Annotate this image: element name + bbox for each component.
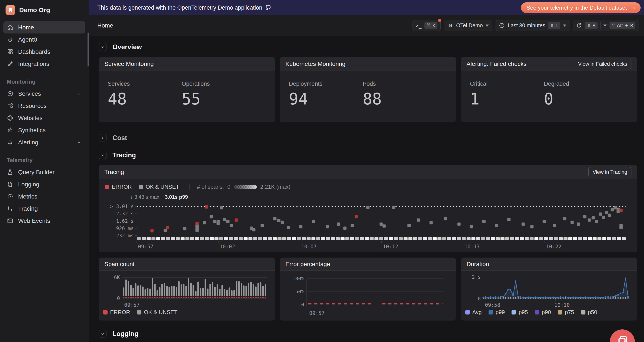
legend-label: OK & UNSET xyxy=(146,184,179,190)
svg-text:0: 0 xyxy=(478,296,481,301)
view-in-tracing-button[interactable]: View in Tracing xyxy=(588,167,632,177)
sidebar-item-agent0[interactable]: Agent0 xyxy=(4,34,85,46)
stat-services: Services 48 xyxy=(108,81,182,108)
stat-value: 55 xyxy=(182,90,256,108)
svg-text:> 3.01 s: > 3.01 s xyxy=(110,204,134,209)
chevron-down-icon[interactable] xyxy=(603,25,607,27)
legend-p95: p95 xyxy=(512,309,528,315)
card-title: Service Monitoring xyxy=(104,61,154,67)
stat-deployments: Deployments 94 xyxy=(289,81,363,108)
legend-p75: p75 xyxy=(558,309,574,315)
legend-label: ERROR xyxy=(110,309,130,315)
card-header: Kubernetes Monitoring xyxy=(280,57,456,71)
error-percentage-chart[interactable]: 100%50%009:57 xyxy=(283,274,451,317)
error-percentage-card: Error percentage 100%50%009:57 xyxy=(280,258,456,320)
logging-collapse-button[interactable] xyxy=(98,330,106,338)
sidebar-section-monitoring: Monitoring xyxy=(7,78,82,85)
svg-text:09:57: 09:57 xyxy=(309,310,324,316)
sidebar-item-label: Dashboards xyxy=(18,48,50,55)
sidebar-item-web-events[interactable]: Web Events xyxy=(4,215,85,227)
time-range-label: Last 30 minutes xyxy=(508,22,546,29)
card-header: Duration xyxy=(461,258,637,271)
sidebar-item-synthetics[interactable]: Synthetics xyxy=(4,124,85,136)
max-annotation: ↓ 3.43 s max xyxy=(130,194,159,200)
refresh-alt-shortcut-badge: ⇧ Alt + R xyxy=(610,22,635,29)
sidebar-item-alerting[interactable]: Alerting xyxy=(4,136,85,148)
cost-expand-button[interactable] xyxy=(98,134,106,142)
card-body: ERROR OK & UNSET # of spans: 0 2.21K (ma… xyxy=(99,179,637,252)
banner-cta-button[interactable]: See your telemetry in the Default datase… xyxy=(521,2,640,13)
stat-operations: Operations 55 xyxy=(182,81,256,108)
svg-text:0: 0 xyxy=(117,295,120,301)
chevron-down-icon[interactable] xyxy=(76,140,82,145)
service-monitoring-card: Service Monitoring Services 48 Operation… xyxy=(98,57,275,122)
card-title: Error percentage xyxy=(285,261,330,268)
gauge-icon xyxy=(7,193,14,200)
main-content: Overview Service Monitoring Services 48 … xyxy=(89,36,644,342)
view-in-failed-checks-button[interactable]: View in Failed checks xyxy=(574,59,632,69)
tracing-scatter-chart[interactable]: > 3.01 s2.32 s1.62 s926 ms232 ms09:5710:… xyxy=(105,200,631,250)
svg-text:926 ms: 926 ms xyxy=(116,226,134,231)
sidebar-item-resources[interactable]: Resources xyxy=(4,100,85,112)
flask-icon xyxy=(7,169,14,176)
ok-chip xyxy=(139,185,143,189)
banner-cta-label: See your telemetry in the Default datase… xyxy=(526,5,627,11)
org-switcher[interactable]: Demo Org xyxy=(4,4,85,21)
card-body: 6K009:57 ERROR OK & UNSET xyxy=(99,271,275,320)
sidebar-item-label: Websites xyxy=(18,115,42,121)
sidebar-item-integrations[interactable]: Integrations xyxy=(4,58,85,70)
chevron-down-icon xyxy=(486,25,489,27)
sidebar-item-label: Metrics xyxy=(18,193,37,200)
card-title: Alerting: Failed checks xyxy=(466,61,527,67)
terminal-icon: >_ xyxy=(416,23,422,28)
alerting-failed-checks-card: Alerting: Failed checks View in Failed c… xyxy=(461,57,637,122)
legend-p99: p99 xyxy=(488,309,505,315)
duration-chart[interactable]: 2 s009:5810:10 xyxy=(464,274,632,308)
card-body: 100%50%009:57 xyxy=(280,271,456,317)
stat-label: Degraded xyxy=(544,81,618,87)
legend-label: p50 xyxy=(588,309,597,315)
svg-text:50%: 50% xyxy=(296,289,304,294)
ok-chip xyxy=(137,310,142,314)
chevron-down-icon xyxy=(100,153,105,157)
overview-section-title: Overview xyxy=(112,43,142,51)
dataset-selector[interactable]: OTel Demo xyxy=(444,20,492,31)
sidebar-item-services[interactable]: Services xyxy=(4,88,85,100)
tracing-section-title: Tracing xyxy=(112,151,136,159)
sidebar-item-tracing[interactable]: Tracing xyxy=(4,203,85,215)
logging-section-title: Logging xyxy=(112,330,138,338)
sidebar-item-websites[interactable]: Websites xyxy=(4,112,85,124)
dataset-label: OTel Demo xyxy=(456,22,483,29)
time-range-selector[interactable]: Last 30 minutes ⇧ T xyxy=(496,20,570,31)
overview-cards: Service Monitoring Services 48 Operation… xyxy=(98,57,637,122)
sidebar-item-logging[interactable]: Logging xyxy=(4,178,85,190)
sidebar-item-home[interactable]: Home xyxy=(4,21,85,34)
sidebar-item-dashboards[interactable]: Dashboards xyxy=(4,46,85,58)
layers-icon xyxy=(447,22,454,29)
arrow-right-icon: → xyxy=(630,5,635,11)
legend-p90: p90 xyxy=(535,309,551,315)
legend-label: p95 xyxy=(518,309,528,315)
clock-icon xyxy=(499,22,505,29)
span-count-chart[interactable]: 6K009:57 xyxy=(102,274,270,308)
svg-text:2.32 s: 2.32 s xyxy=(116,211,134,216)
github-icon[interactable] xyxy=(265,5,272,11)
svg-text:10:07: 10:07 xyxy=(301,244,316,250)
kubernetes-monitoring-card: Kubernetes Monitoring Deployments 94 Pod… xyxy=(280,57,456,122)
chevron-down-icon[interactable] xyxy=(76,91,82,97)
tracing-collapse-button[interactable] xyxy=(98,151,106,159)
legend-label: Avg xyxy=(472,309,482,315)
command-palette-button[interactable]: >_ ⌘ K xyxy=(412,20,440,31)
chevron-down-icon xyxy=(100,45,105,50)
sidebar-item-metrics[interactable]: Metrics xyxy=(4,190,85,203)
overview-collapse-button[interactable] xyxy=(98,43,106,51)
sidebar-item-query-builder[interactable]: Query Builder xyxy=(4,166,85,178)
sidebar-item-label: Synthetics xyxy=(18,127,46,134)
refresh-control[interactable]: ⇧ R ⇧ Alt + R xyxy=(573,20,638,31)
card-title: Tracing xyxy=(104,169,124,176)
sidebar-scrollbar[interactable] xyxy=(88,32,88,67)
p75-chip xyxy=(558,310,562,314)
card-body: Services 48 Operations 55 xyxy=(99,71,275,122)
integrations-icon xyxy=(7,61,14,67)
stat-value: 48 xyxy=(108,90,182,108)
